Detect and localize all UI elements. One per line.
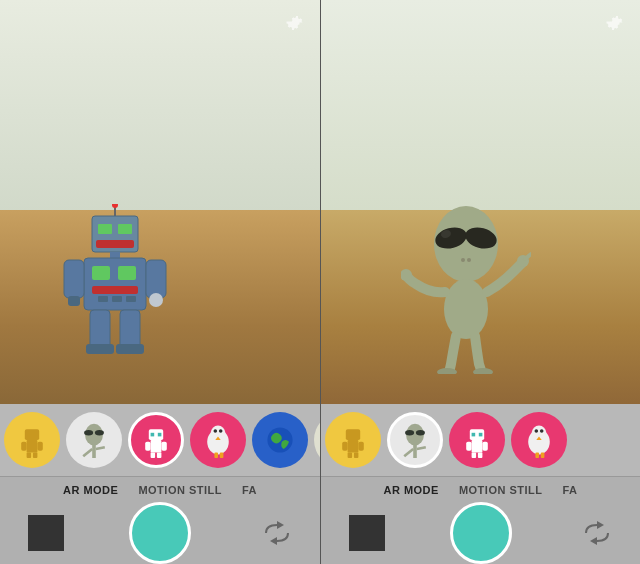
svg-rect-83 [466, 442, 471, 451]
svg-rect-70 [348, 440, 359, 453]
svg-rect-24 [21, 442, 26, 451]
svg-rect-72 [358, 442, 363, 451]
tab-ar-mode-right[interactable]: AR MODE [373, 484, 448, 496]
carousel-item-3-left[interactable] [128, 412, 184, 468]
room-wall-right [321, 0, 640, 222]
svg-rect-23 [27, 440, 38, 453]
camera-buttons-right [321, 504, 640, 562]
settings-button-right[interactable] [604, 12, 626, 34]
gear-icon-left [284, 12, 306, 34]
robot-svg [60, 204, 170, 354]
svg-point-93 [540, 429, 544, 433]
svg-rect-73 [348, 453, 353, 458]
flip-icon-right [582, 521, 612, 545]
gear-icon-right [604, 12, 626, 34]
tab-motion-still-left[interactable]: MOTION STILL [128, 484, 232, 496]
svg-rect-85 [472, 453, 477, 458]
carousel-item-4-right[interactable] [511, 412, 567, 468]
svg-marker-96 [597, 521, 604, 529]
left-panel: AR MODE MOTION STILL FA [0, 0, 320, 564]
carousel-item-5-left[interactable] [252, 412, 308, 468]
controls-left: AR MODE MOTION STILL FA [0, 404, 320, 564]
svg-rect-15 [68, 296, 80, 306]
carousel-item-3-right[interactable] [449, 412, 505, 468]
svg-rect-39 [157, 453, 162, 458]
mode-tabs-left: AR MODE MOTION STILL FA [0, 476, 320, 504]
carousel-item-4-left[interactable] [190, 412, 246, 468]
svg-rect-7 [84, 258, 146, 310]
carousel-chicken-icon [200, 422, 236, 458]
svg-rect-38 [151, 453, 156, 458]
camera-buttons-left [0, 504, 320, 562]
svg-rect-8 [92, 266, 110, 280]
svg-rect-71 [342, 442, 347, 451]
settings-button-left[interactable] [284, 12, 306, 34]
flip-icon-left [262, 521, 292, 545]
svg-rect-37 [161, 442, 166, 451]
carousel-item-2-right[interactable] [387, 412, 443, 468]
carousel-earth-icon [262, 422, 298, 458]
svg-rect-9 [118, 266, 136, 280]
svg-point-1 [112, 204, 118, 208]
svg-rect-84 [482, 442, 487, 451]
flip-button-right[interactable] [582, 521, 612, 545]
carousel-alien-icon [76, 422, 112, 458]
tab-motion-still-right[interactable]: MOTION STILL [449, 484, 553, 496]
svg-line-33 [96, 447, 105, 449]
room-wall-left [0, 0, 320, 222]
svg-rect-12 [112, 296, 122, 302]
flip-button-left[interactable] [262, 521, 292, 545]
svg-rect-27 [33, 453, 38, 458]
svg-rect-11 [98, 296, 108, 302]
svg-marker-54 [277, 521, 284, 529]
svg-rect-13 [126, 296, 136, 302]
svg-rect-25 [37, 442, 42, 451]
svg-rect-47 [214, 453, 218, 458]
carousel-alien-icon-r [397, 422, 433, 458]
stop-button-right[interactable] [349, 515, 385, 551]
camera-view-left [0, 0, 320, 404]
carousel-robot-icon [14, 422, 50, 458]
svg-rect-82 [472, 440, 483, 453]
carousel-robot2-icon-r [459, 422, 495, 458]
svg-rect-40 [151, 433, 155, 437]
carousel-right [321, 404, 640, 476]
carousel-item-2-left[interactable] [66, 412, 122, 468]
svg-marker-97 [590, 537, 597, 545]
svg-rect-74 [354, 453, 359, 458]
tab-fa-right[interactable]: FA [553, 484, 588, 496]
divider-left [0, 476, 320, 477]
carousel-left [0, 404, 320, 476]
svg-rect-20 [86, 344, 114, 354]
svg-rect-36 [145, 442, 150, 451]
svg-point-30 [95, 430, 104, 435]
svg-point-61 [467, 258, 471, 262]
svg-point-17 [149, 293, 163, 307]
svg-point-60 [461, 258, 465, 262]
svg-rect-31 [92, 444, 96, 458]
carousel-item-1-left[interactable] [4, 412, 60, 468]
tab-ar-mode-left[interactable]: AR MODE [53, 484, 128, 496]
capture-button-left[interactable] [129, 502, 191, 564]
svg-rect-35 [151, 440, 162, 453]
svg-rect-14 [64, 260, 84, 298]
carousel-robot-icon-r [335, 422, 371, 458]
svg-rect-95 [541, 453, 545, 458]
svg-point-45 [214, 429, 218, 433]
tab-fa-left[interactable]: FA [232, 484, 267, 496]
svg-rect-26 [27, 453, 32, 458]
stop-button-left[interactable] [28, 515, 64, 551]
svg-rect-41 [158, 433, 162, 437]
svg-rect-4 [118, 224, 132, 234]
carousel-chicken-icon-r [521, 422, 557, 458]
svg-line-32 [83, 449, 92, 456]
svg-point-76 [405, 430, 414, 435]
right-panel: AR MODE MOTION STILL FA [320, 0, 640, 564]
svg-rect-88 [479, 433, 483, 437]
svg-rect-5 [96, 240, 134, 248]
svg-rect-87 [472, 433, 476, 437]
svg-rect-10 [92, 286, 138, 294]
capture-button-right[interactable] [450, 502, 512, 564]
carousel-item-1-right[interactable] [325, 412, 381, 468]
svg-rect-21 [116, 344, 144, 354]
